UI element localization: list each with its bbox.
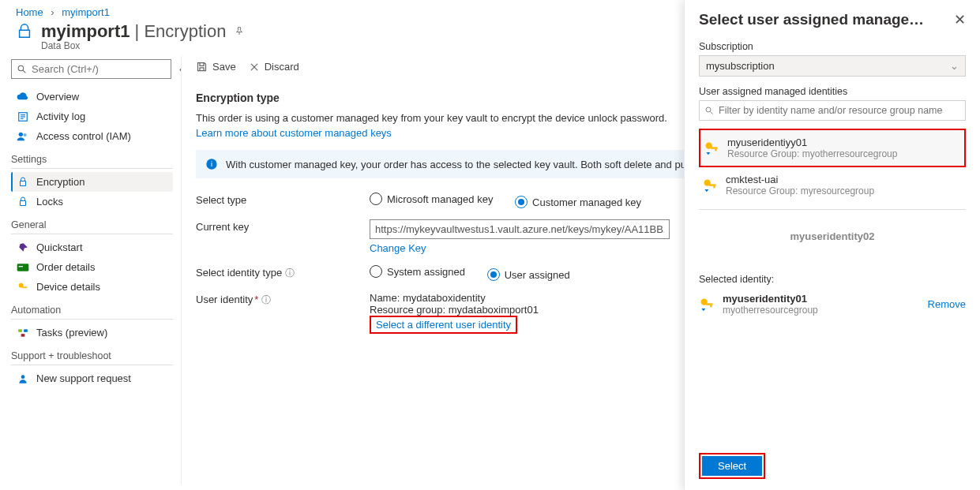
identity-filter-input[interactable] xyxy=(699,100,966,121)
chevron-right-icon: › xyxy=(51,6,54,18)
svg-rect-27 xyxy=(713,185,715,188)
label-subscription: Subscription xyxy=(699,41,966,52)
svg-point-0 xyxy=(18,65,24,71)
log-icon xyxy=(16,111,30,122)
svg-rect-23 xyxy=(711,147,717,149)
svg-point-15 xyxy=(21,375,25,379)
lock-icon xyxy=(16,196,30,208)
blade-name: | Encryption xyxy=(130,21,226,42)
label-uami: User assigned managed identities xyxy=(699,86,966,97)
svg-line-1 xyxy=(23,70,25,73)
svg-point-20 xyxy=(706,107,711,112)
current-key-input[interactable] xyxy=(370,219,670,239)
subscription-dropdown[interactable]: mysubscription ⌄ xyxy=(699,55,966,77)
lock-small-icon xyxy=(16,177,30,188)
save-icon xyxy=(196,61,208,73)
label-select-identity-type: Select identity typeⓘ xyxy=(196,265,370,280)
rocket-icon xyxy=(16,242,30,253)
cloud-icon xyxy=(16,92,30,102)
group-support: Support + troubleshoot xyxy=(11,350,173,365)
svg-rect-26 xyxy=(709,184,715,186)
chevron-down-icon: ⌄ xyxy=(950,60,959,72)
nav-order-details[interactable]: Order details xyxy=(11,257,173,277)
info-glyph-icon: ⓘ xyxy=(261,294,271,305)
page-title: myimport1 xyxy=(41,21,130,42)
search-icon xyxy=(17,64,27,74)
close-icon[interactable]: ✕ xyxy=(954,11,966,28)
learn-more-link[interactable]: Learn more about customer managed keys xyxy=(196,127,392,139)
group-general: General xyxy=(11,219,173,234)
nav-device-details[interactable]: Device details xyxy=(11,277,173,297)
support-icon xyxy=(16,373,30,384)
nav-quickstart[interactable]: Quickstart xyxy=(11,238,173,257)
svg-rect-13 xyxy=(24,329,28,332)
identity-item-1[interactable]: cmktest-uai Resource Group: myresourcegr… xyxy=(699,167,966,203)
radio-user-assigned[interactable]: User assigned xyxy=(487,268,570,281)
select-different-identity-link[interactable]: Select a different user identity xyxy=(376,319,511,331)
tasks-icon xyxy=(16,327,30,339)
identity-key-icon xyxy=(699,297,715,312)
lock-icon xyxy=(16,23,35,40)
nav-activity-log[interactable]: Activity log xyxy=(11,107,173,126)
identity-key-icon xyxy=(704,140,719,156)
identity-picker-panel: Select user assigned manage… ✕ Subscript… xyxy=(684,0,980,490)
svg-point-7 xyxy=(24,133,27,137)
identity-rg: Resource Group: myresourcegroup xyxy=(726,185,874,196)
svg-text:i: i xyxy=(211,160,212,168)
identity-name: myuseridentiyy01 xyxy=(727,137,897,148)
svg-rect-29 xyxy=(706,303,712,305)
nav-new-support[interactable]: New support request xyxy=(11,368,173,388)
group-automation: Automation xyxy=(11,305,173,320)
svg-rect-14 xyxy=(21,334,25,337)
identity-item-0[interactable]: myuseridentiyy01 Resource Group: myother… xyxy=(699,129,966,167)
info-icon: i xyxy=(205,158,218,170)
svg-point-6 xyxy=(19,132,23,136)
search-icon xyxy=(704,106,714,115)
group-settings: Settings xyxy=(11,154,173,169)
order-icon xyxy=(16,263,30,272)
nav-encryption[interactable]: Encryption xyxy=(11,172,173,192)
people-icon xyxy=(16,131,30,142)
radio-system-assigned[interactable]: System assigned xyxy=(370,265,465,278)
breadcrumb-resource[interactable]: myimport1 xyxy=(62,6,110,18)
nav-overview[interactable]: Overview xyxy=(11,87,173,107)
svg-rect-30 xyxy=(710,305,712,307)
label-selected-identity: Selected identity: xyxy=(699,274,966,285)
svg-rect-9 xyxy=(19,266,23,267)
label-select-type: Select type xyxy=(196,193,370,206)
label-user-identity: User identity*ⓘ xyxy=(196,292,370,307)
select-button[interactable]: Select xyxy=(702,456,762,476)
label-current-key: Current key xyxy=(196,219,370,233)
selected-identity-name: myuseridentity01 xyxy=(723,293,818,305)
identity-name: cmktest-uai xyxy=(726,174,874,185)
svg-line-21 xyxy=(711,112,713,114)
save-button[interactable]: Save xyxy=(196,61,236,73)
identity-rg: Resource Group: myotherresourcegroup xyxy=(727,148,897,159)
sidebar: « Overview Activity log Access control (… xyxy=(0,56,182,484)
discard-icon xyxy=(249,62,260,73)
pin-icon[interactable] xyxy=(234,26,245,37)
svg-rect-11 xyxy=(22,286,27,288)
selected-identity-rg: myotherresourcegroup xyxy=(723,305,818,316)
svg-rect-24 xyxy=(715,148,717,151)
key-icon xyxy=(16,282,30,293)
remove-identity-link[interactable]: Remove xyxy=(928,298,966,310)
panel-title: Select user assigned manage… xyxy=(699,11,924,28)
identity-key-icon xyxy=(702,178,718,193)
discard-button[interactable]: Discard xyxy=(249,61,299,73)
breadcrumb-home[interactable]: Home xyxy=(16,6,43,18)
radio-microsoft-managed[interactable]: Microsoft managed key xyxy=(370,193,493,205)
nav-locks[interactable]: Locks xyxy=(11,192,173,211)
identity-extra: myuseridentity02 xyxy=(699,216,966,264)
svg-rect-8 xyxy=(17,264,29,271)
change-key-link[interactable]: Change Key xyxy=(370,242,426,254)
radio-customer-managed[interactable]: Customer managed key xyxy=(515,196,641,208)
svg-rect-12 xyxy=(18,329,22,332)
info-glyph-icon: ⓘ xyxy=(285,267,295,279)
search-input[interactable] xyxy=(11,59,171,79)
nav-iam[interactable]: Access control (IAM) xyxy=(11,126,173,146)
nav-tasks[interactable]: Tasks (preview) xyxy=(11,323,173,342)
